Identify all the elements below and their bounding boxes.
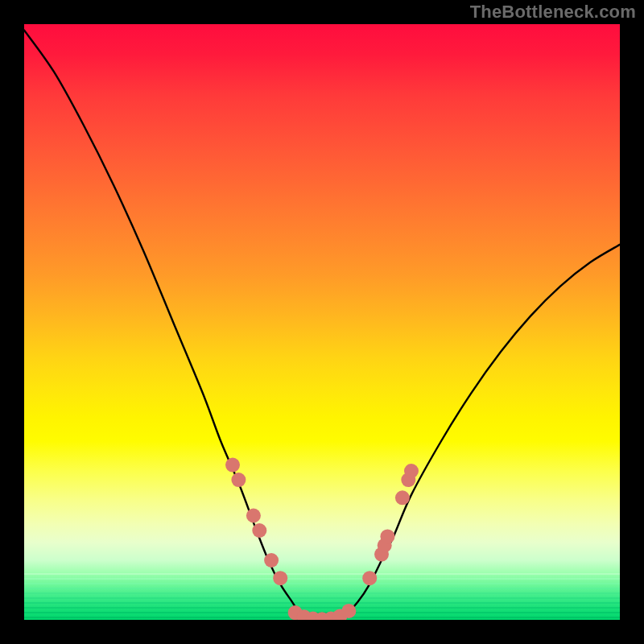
marker-dot	[252, 523, 266, 538]
marker-dot	[404, 464, 419, 478]
marker-group-right	[362, 464, 419, 585]
marker-dot	[231, 473, 246, 487]
marker-dot	[225, 458, 240, 473]
marker-dot	[264, 553, 279, 568]
marker-dot	[273, 571, 287, 585]
marker-dot	[246, 509, 261, 523]
marker-dot	[362, 571, 377, 585]
watermark-text: TheBottleneck.com	[470, 2, 636, 23]
marker-dot	[380, 529, 394, 543]
marker-dot	[395, 490, 410, 505]
plot-area	[24, 24, 620, 620]
marker-group-left	[225, 458, 287, 586]
chart-frame: TheBottleneck.com	[0, 0, 644, 644]
bottleneck-curve	[24, 30, 620, 620]
marker-dot	[341, 604, 356, 618]
marker-group-bottom	[288, 604, 357, 620]
curve-svg	[24, 24, 620, 620]
